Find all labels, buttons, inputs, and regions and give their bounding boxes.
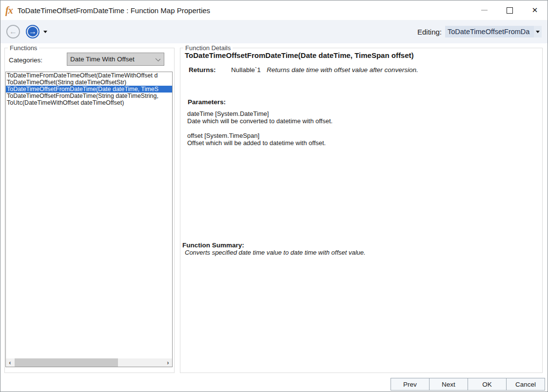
categories-label: Categories: (9, 56, 42, 64)
function-details-groupbox: Function Details ToDateTimeOffsetFromDat… (180, 48, 543, 373)
parameters-label: Parameters: (188, 98, 226, 106)
function-list-item[interactable]: ToDateTimeOffsetFromDateTime(String date… (6, 93, 172, 99)
parameter-block: offset [System.TimeSpan] Offset which wi… (187, 132, 326, 147)
window-title: ToDateTimeOffsetFromDateTime : Function … (18, 6, 210, 15)
function-map-properties-dialog: fx ToDateTimeOffsetFromDateTime : Functi… (0, 0, 548, 392)
parameter-block: dateTime [System.DateTime] Date which wi… (187, 111, 333, 125)
minimize-button[interactable] (471, 0, 497, 20)
editing-label: Editing: (417, 28, 442, 36)
function-summary-text: Converts specified date time value to da… (185, 249, 366, 256)
minimize-icon (481, 10, 488, 11)
chevron-down-icon (156, 56, 160, 61)
editing-combobox[interactable]: ToDateTimeOffsetFromDa (445, 26, 534, 37)
maximize-icon (507, 7, 513, 14)
functions-legend: Functions (8, 44, 39, 52)
editing-group: Editing: ToDateTimeOffsetFromDa (417, 20, 542, 43)
categories-value: Date Time With Offset (70, 56, 135, 63)
categories-combobox[interactable]: Date Time With Offset (67, 53, 164, 66)
titlebar: fx ToDateTimeOffsetFromDateTime : Functi… (0, 0, 548, 20)
function-list-item[interactable]: ToUtc(DateTimeWithOffset dateTimeOffset) (6, 99, 172, 106)
ok-button[interactable]: OK (468, 378, 507, 391)
maximize-button[interactable] (497, 0, 522, 20)
next-button[interactable]: Next (429, 378, 468, 391)
returns-label: Returns: (189, 66, 216, 74)
editing-caret-icon[interactable] (534, 26, 542, 37)
horizontal-scrollbar[interactable]: ‹ › (6, 358, 172, 367)
parameter-declaration: offset [System.TimeSpan] (187, 132, 326, 140)
back-button[interactable]: ← (6, 25, 20, 38)
function-list-item[interactable]: ToDateTimeOffset(String dateTimeOffsetSt… (6, 79, 172, 86)
forward-dropdown-caret-icon[interactable] (43, 31, 47, 33)
prev-button[interactable]: Prev (391, 378, 430, 391)
cancel-button[interactable]: Cancel (506, 378, 545, 391)
parameter-description: Date which will be converted to datetime… (187, 118, 333, 125)
toolbar: ← → Editing: ToDateTimeOffsetFromDa (0, 20, 548, 43)
fx-icon: fx (5, 5, 13, 16)
footer-buttons: Prev Next OK Cancel (391, 378, 545, 391)
function-signature: ToDateTimeOffsetFromDateTime(Date dateTi… (185, 51, 414, 59)
function-list-item-selected[interactable]: ToDateTimeOffsetFromDateTime(Date dateTi… (6, 86, 172, 93)
scroll-right-icon[interactable]: › (164, 358, 172, 367)
close-button[interactable]: ✕ (522, 0, 548, 20)
functions-groupbox: Functions Categories: Date Time With Off… (4, 48, 175, 373)
function-listbox[interactable]: ToDateTimeFromDateTimeOffset(DateTimeWit… (5, 72, 173, 367)
scroll-left-icon[interactable]: ‹ (6, 358, 14, 367)
returns-description: Returns date time with offset value afte… (267, 66, 418, 74)
function-summary-label: Function Summary: (182, 242, 244, 249)
scrollbar-thumb[interactable] (15, 358, 118, 367)
function-list-item[interactable]: ToDateTimeFromDateTimeOffset(DateTimeWit… (6, 72, 172, 79)
forward-button[interactable]: → (26, 25, 39, 38)
function-details-legend: Function Details (183, 44, 233, 52)
parameter-declaration: dateTime [System.DateTime] (187, 111, 333, 118)
parameter-description: Offset which will be added to datetime w… (187, 140, 326, 147)
window-controls: ✕ (471, 0, 548, 20)
returns-type: Nullable`1 (231, 66, 261, 74)
returns-row: Returns: Nullable`1 Returns date time wi… (189, 66, 216, 74)
